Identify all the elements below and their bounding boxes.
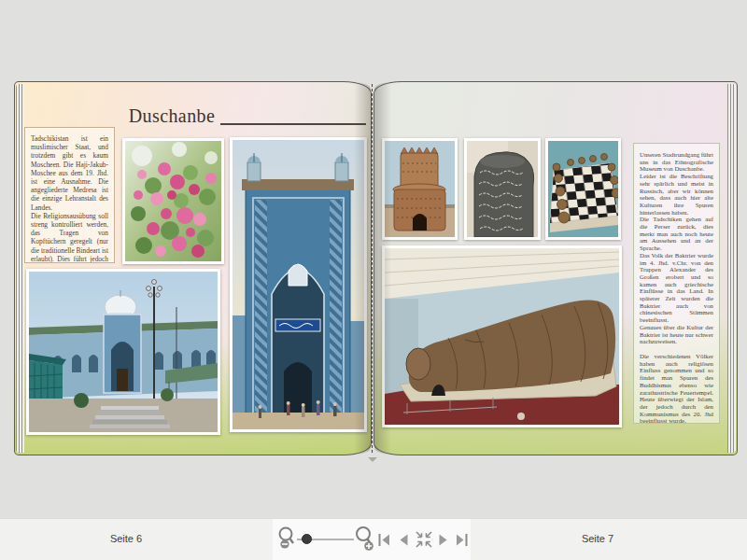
- zoom-out-button[interactable]: [277, 524, 298, 555]
- magnifier-plus-icon: [354, 523, 376, 556]
- photo-pink-flowers: [122, 138, 224, 264]
- book-page-left[interactable]: Duschanbe Tadschikistan ist ein muslimis…: [14, 81, 372, 455]
- magnifier-minus-icon: [277, 524, 298, 555]
- paragraph: Leider ist die Beschriftung sehr spärlic…: [640, 173, 713, 216]
- next-page-icon: [437, 532, 450, 548]
- fit-to-screen-icon: [415, 530, 433, 549]
- paragraph: Tadschikistan ist ein muslimischer Staat…: [31, 134, 108, 212]
- first-page-button[interactable]: [377, 532, 391, 548]
- page-edge-stack-left: [16, 84, 24, 453]
- zoom-in-button[interactable]: [354, 523, 376, 556]
- fit-to-screen-button[interactable]: [415, 530, 433, 549]
- previous-page-icon: [397, 532, 410, 548]
- photo-book-spread: Duschanbe Tadschikistan ist ein muslimis…: [14, 81, 738, 455]
- page-title: Duschanbe: [106, 105, 237, 127]
- title-rule: [220, 123, 366, 125]
- paragraph: Die verschiedenen Völker haben auch reli…: [640, 353, 713, 424]
- paragraph: Genaues über die Kultur der Baktrier ist…: [640, 324, 713, 345]
- left-page-number-label: Seite 6: [84, 533, 168, 544]
- paragraph: Das Volk der Baktrier wurde im 4. Jhd. v…: [640, 252, 713, 324]
- book-page-right[interactable]: Unseren Stadtrundgang führt uns in das E…: [374, 81, 738, 455]
- first-page-icon: [377, 532, 391, 548]
- right-text-block: Unseren Stadtrundgang führt uns in das E…: [633, 143, 720, 424]
- right-page-number-label: Seite 7: [556, 533, 640, 544]
- zoom-slider-handle[interactable]: [302, 534, 312, 544]
- spine-bottom-mark: [368, 457, 377, 462]
- photo-chess-set: [545, 138, 621, 240]
- photo-reclining-buddha-statue: [382, 245, 622, 427]
- photo-mosque-courtyard: [26, 269, 220, 435]
- photo-clay-tower-artifact: [382, 138, 458, 240]
- spine-stitch-line: [372, 84, 374, 453]
- paragraph: Unseren Stadtrundgang führt uns in das E…: [640, 151, 713, 173]
- page-edge-stack-right: [727, 84, 736, 453]
- last-page-button[interactable]: [455, 532, 469, 548]
- photo-arabic-inscription-stone: [464, 138, 541, 240]
- previous-page-button[interactable]: [397, 532, 410, 548]
- last-page-icon: [455, 532, 469, 548]
- next-page-button[interactable]: [437, 532, 450, 548]
- left-text-block: Tadschikistan ist ein muslimischer Staat…: [24, 127, 115, 263]
- paragraph: Die Religionsausübung soll streng kontro…: [31, 212, 108, 263]
- photo-mosque-portal: [230, 137, 367, 432]
- paragraph: Die Tadschiken gehen auf die Perser zurü…: [640, 216, 713, 252]
